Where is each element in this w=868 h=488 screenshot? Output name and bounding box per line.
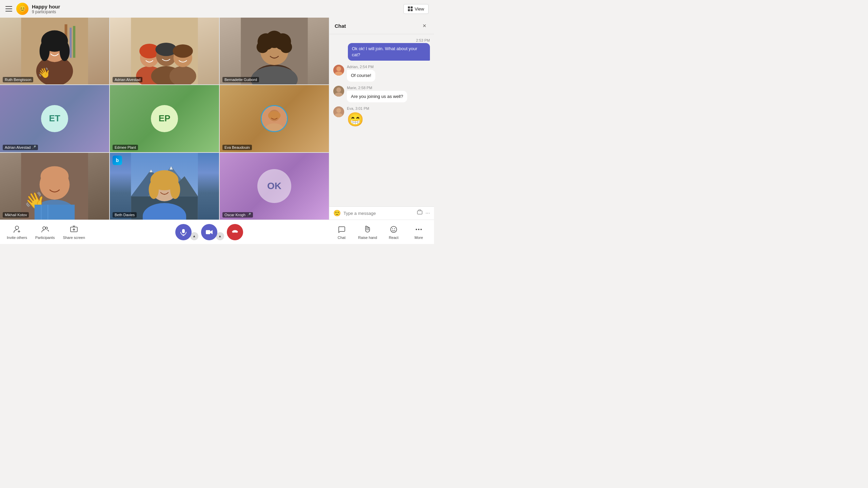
svg-point-61: [336, 87, 341, 92]
adrian-svg: [110, 18, 219, 84]
svg-point-82: [418, 229, 419, 230]
more-button[interactable]: More: [410, 225, 427, 240]
svg-point-83: [420, 229, 422, 230]
beth-person-svg: [110, 153, 219, 220]
svg-point-39: [41, 166, 69, 186]
hang-up-button[interactable]: [227, 224, 243, 240]
svg-rect-41: [35, 205, 75, 220]
react-icon: [389, 225, 398, 234]
chat-input-area: 🙂 ···: [329, 206, 434, 220]
svg-text:👋: 👋: [38, 67, 51, 79]
eva-svg: [262, 105, 287, 132]
header-info: Happy hour 9 participants: [32, 4, 403, 14]
svg-rect-4: [73, 26, 75, 58]
meeting-avatar: 😊: [16, 3, 28, 15]
msg-content-adrian: Adrian, 2:54 PM Of course!: [347, 65, 430, 81]
avatar-et: ET: [41, 105, 68, 132]
view-button[interactable]: View: [403, 4, 429, 14]
svg-point-58: [336, 66, 341, 71]
bottom-center-controls: ▲ ▲: [175, 224, 243, 240]
video-icon: [205, 228, 213, 236]
marie-avatar-svg: [333, 86, 344, 97]
svg-point-55: [170, 180, 180, 199]
toggle-video-button[interactable]: [201, 224, 217, 240]
msg-incoming-eva: Eva, 3:01 PM 😁: [333, 106, 430, 127]
chat-more-button[interactable]: ···: [426, 210, 430, 216]
chat-message-input[interactable]: [343, 211, 414, 216]
msg-time-1: 2:53 PM: [416, 38, 430, 42]
video-cell-adrian: Adrian Alvestad: [110, 18, 219, 84]
more-icon: [414, 225, 423, 234]
react-label: React: [389, 236, 399, 240]
svg-rect-3: [70, 28, 72, 58]
chat-close-button[interactable]: ✕: [420, 22, 429, 30]
participants-icon: [40, 225, 50, 234]
menu-icon[interactable]: [5, 5, 12, 12]
share-screen-label: Share screen: [63, 236, 85, 240]
msg-sender-marie: Marie, 2:58 PM: [347, 86, 430, 90]
mic-group: ▲: [175, 224, 198, 240]
video-cell-bernadette: Bernadette Guibord: [220, 18, 329, 84]
grid-icon: [408, 6, 413, 11]
main-content: 👋 Ruth Bengtsson: [0, 18, 434, 220]
chat-title: Chat: [335, 23, 346, 29]
video-cell-beth: b Beth Davies: [110, 153, 219, 220]
label-et: Adrian Alvestad 🎤: [3, 145, 38, 150]
svg-point-80: [394, 228, 395, 229]
msg-incoming-marie: Marie, 2:58 PM Are you joining us as wel…: [333, 86, 430, 102]
hangup-icon: [231, 228, 239, 236]
mute-icon-et: 🎤: [32, 145, 36, 149]
mic-icon: [180, 228, 187, 236]
label-oscar: Oscar Krogh 🎤: [222, 212, 253, 218]
chat-panel: Chat ✕ 2:53 PM Ok ok! I will join. What …: [329, 18, 434, 220]
mute-icon-oscar: 🎤: [247, 213, 251, 217]
svg-rect-66: [417, 211, 422, 214]
msg-bubble-1: Ok ok! I will join. What about your cat?: [348, 43, 430, 61]
svg-point-69: [43, 227, 45, 229]
raise-hand-icon: [363, 225, 372, 234]
attach-icon: [417, 209, 423, 216]
video-pair: ▲: [201, 224, 224, 240]
ruth-svg: 👋: [0, 18, 109, 84]
emoji-button[interactable]: 🙂: [333, 209, 341, 217]
video-cell-ruth: 👋 Ruth Bengtsson: [0, 18, 109, 84]
chat-label: Chat: [338, 236, 346, 240]
meeting-title: Happy hour: [32, 4, 403, 9]
label-ruth: Ruth Bengtsson: [3, 77, 33, 82]
eva-avatar-svg: [333, 106, 344, 117]
participants-button[interactable]: Participants: [35, 225, 55, 240]
mute-button[interactable]: [175, 224, 192, 240]
label-mikhail: Mikhail Kotov: [3, 212, 29, 218]
label-adrian: Adrian Alvestad: [113, 77, 142, 82]
svg-point-78: [391, 226, 397, 232]
bernadette-svg: [220, 18, 329, 84]
bottom-right-controls: Chat Raise hand React: [333, 225, 427, 240]
video-grid: 👋 Ruth Bengtsson: [0, 18, 329, 220]
header: 😊 Happy hour 9 participants View: [0, 0, 434, 18]
participants-label: Participants: [35, 236, 55, 240]
adrian-avatar-svg: [333, 65, 344, 76]
invite-others-button[interactable]: Invite others: [7, 225, 27, 240]
label-eva: Eva Beaudouin: [222, 145, 252, 150]
bing-logo: b: [113, 156, 122, 165]
avatar-ok: OK: [257, 169, 291, 203]
label-ep: Edmee Plant: [113, 145, 138, 150]
msg-content-marie: Marie, 2:58 PM Are you joining us as wel…: [347, 86, 430, 102]
svg-point-8: [40, 41, 50, 61]
msg-avatar-eva: [333, 106, 344, 117]
video-cell-ep: EP Edmee Plant: [110, 85, 219, 152]
msg-text-adrian: Of course!: [347, 70, 375, 81]
chat-button[interactable]: Chat: [333, 225, 350, 240]
msg-text-marie: Are you joining us as well?: [347, 91, 407, 102]
svg-point-28: [257, 41, 269, 53]
react-button[interactable]: React: [385, 225, 402, 240]
attach-button[interactable]: [417, 209, 423, 217]
raise-hand-label: Raise hand: [358, 236, 377, 240]
msg-emoji-eva: 😁: [347, 111, 430, 127]
share-screen-button[interactable]: Share screen: [63, 225, 85, 240]
video-cell-mikhail: 👋 Mikhail Kotov: [0, 153, 109, 220]
video-cell-et: ET Adrian Alvestad 🎤: [0, 85, 109, 152]
raise-hand-button[interactable]: Raise hand: [358, 225, 377, 240]
participant-count: 9 participants: [32, 9, 403, 14]
chat-messages: 2:53 PM Ok ok! I will join. What about y…: [329, 34, 434, 206]
